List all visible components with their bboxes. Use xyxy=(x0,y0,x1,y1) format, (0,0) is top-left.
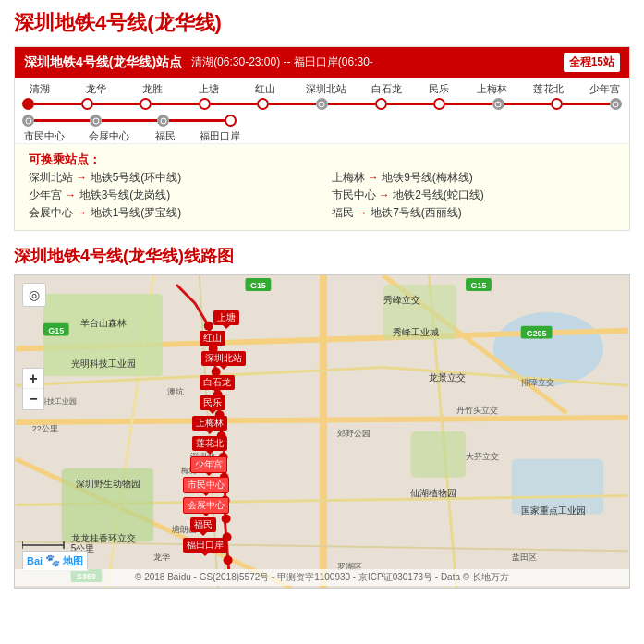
baidu-logo: Bai 🐾 地图 xyxy=(22,551,88,571)
svg-text:G205: G205 xyxy=(527,329,547,338)
svg-text:秀峰立交: 秀峰立交 xyxy=(383,295,420,305)
dot-lhb xyxy=(551,98,563,110)
row2-line xyxy=(22,115,622,127)
dot-szb xyxy=(316,98,328,110)
station-bsl: 白石龙 xyxy=(369,82,404,96)
pin-hzzx: 会展中心 xyxy=(183,497,229,514)
transfer-from-0: 深圳北站 xyxy=(29,171,73,184)
label-fumin: 福民 xyxy=(152,129,179,143)
station-header: 深圳地铁4号线(龙华线)站点 清湖(06:30-23:00) -- 福田口岸(0… xyxy=(15,47,629,78)
dot-shangtang xyxy=(199,98,211,110)
dot-fumin xyxy=(157,115,169,127)
pin-ftka: 福田口岸 xyxy=(183,538,227,553)
transfer-from-1: 上梅林 xyxy=(332,171,365,184)
dot-hzzx xyxy=(90,115,102,127)
pin-smzx: 市民中心 xyxy=(183,477,229,493)
svg-text:郊野公园: 郊野公园 xyxy=(337,429,371,438)
pin-szb: 深圳北站 xyxy=(201,351,246,366)
nav-compass[interactable]: ◎ xyxy=(23,284,45,306)
svg-text:大芬立交: 大芬立交 xyxy=(466,452,499,461)
station-lhb: 莲花北 xyxy=(530,82,565,96)
transfer-row-1: 上梅林 → 地铁9号线(梅林线) xyxy=(332,170,616,186)
map-container[interactable]: G15 G15 G15 G205 S359 羊台山森林 光明科技工业园 澳坑 深… xyxy=(14,274,630,589)
dot-ftka xyxy=(225,115,237,127)
station-header-badge: 全程15站 xyxy=(564,53,620,72)
row1-line xyxy=(22,98,622,110)
station-snb: 少年宫 xyxy=(587,82,622,96)
svg-point-1 xyxy=(493,312,603,386)
map-svg: G15 G15 G15 G205 S359 羊台山森林 光明科技工业园 澳坑 深… xyxy=(15,275,629,588)
svg-text:G15: G15 xyxy=(250,281,266,290)
svg-text:龙景立交: 龙景立交 xyxy=(429,372,466,383)
svg-text:G15: G15 xyxy=(471,281,487,290)
transfer-row-3: 市民中心 → 地铁2号线(蛇口线) xyxy=(332,188,616,203)
transfer-to-1: 地铁9号线(梅林线) xyxy=(382,171,473,184)
transfer-row-0: 深圳北站 → 地铁5号线(环中线) xyxy=(29,170,313,186)
svg-text:仙湖植物园: 仙湖植物园 xyxy=(410,488,456,498)
label-ftka: 福田口岸 xyxy=(198,129,242,143)
row2-container: 市民中心 会展中心 福民 福田口岸 xyxy=(22,115,622,143)
pin-lhb: 莲花北 xyxy=(192,436,227,451)
svg-text:秀峰工业城: 秀峰工业城 xyxy=(393,327,439,337)
dot-hongshan xyxy=(257,98,269,110)
transfer-title: 可换乘站点： xyxy=(29,152,101,166)
svg-point-61 xyxy=(222,514,231,523)
transfer-to-0: 地铁5号线(环中线) xyxy=(91,171,182,184)
dot-snb xyxy=(610,98,622,110)
pin-minle: 民乐 xyxy=(200,395,225,410)
station-shangtang: 上塘 xyxy=(191,82,226,96)
transfer-grid: 深圳北站 → 地铁5号线(环中线) 上梅林 → 地铁9号线(梅林线) 少年宫 →… xyxy=(29,170,615,221)
transfer-to-4: 地铁1号线(罗宝线) xyxy=(91,206,182,219)
pin-hongshan: 红山 xyxy=(200,331,225,346)
transfer-to-2: 地铁3号线(龙岗线) xyxy=(79,188,171,201)
label-hzzx: 会展中心 xyxy=(87,129,131,143)
pin-fumin: 福民 xyxy=(190,517,216,532)
pin-snb: 少年宫 xyxy=(190,456,227,473)
svg-point-63 xyxy=(224,555,233,565)
svg-point-52 xyxy=(204,322,213,331)
pin-shangtang: 上塘 xyxy=(213,310,239,325)
station-header-title: 深圳地铁4号线(龙华线)站点 xyxy=(24,55,182,71)
svg-text:排障立交: 排障立交 xyxy=(521,378,554,387)
map-copyright: © 2018 Baidu - GS(2018)5572号 - 甲测资字11009… xyxy=(15,569,629,586)
station-longhua: 龙华 xyxy=(79,82,114,96)
zoom-in-button[interactable]: + xyxy=(23,369,43,389)
station-longsheng: 龙胜 xyxy=(135,82,170,96)
dot-smzx xyxy=(22,115,34,127)
svg-rect-18 xyxy=(410,431,466,478)
transfer-from-3: 市民中心 xyxy=(332,188,376,201)
dot-bsl xyxy=(375,98,387,110)
dot-minle xyxy=(433,98,445,110)
dot-longsheng xyxy=(140,98,152,110)
svg-text:22公里: 22公里 xyxy=(32,424,58,433)
page-container: 深圳地铁4号线(龙华线) 深圳地铁4号线(龙华线)站点 清湖(06:30-23:… xyxy=(0,0,644,598)
svg-text:盐田区: 盐田区 xyxy=(512,553,537,562)
svg-text:国家重点工业园: 国家重点工业园 xyxy=(521,505,586,516)
zoom-controls[interactable]: + − xyxy=(22,368,44,410)
transfer-to-5: 地铁7号线(西丽线) xyxy=(371,206,462,219)
transfer-to-3: 地铁2号线(蛇口线) xyxy=(393,188,484,201)
label-smzx: 市民中心 xyxy=(22,129,67,143)
nav-controls[interactable]: ◎ xyxy=(22,283,46,307)
station-minle: 民乐 xyxy=(425,82,453,96)
transfer-row-2: 少年宫 → 地铁3号线(龙岗线) xyxy=(29,188,313,203)
station-qinghu: 清湖 xyxy=(22,82,57,96)
transfer-from-2: 少年宫 xyxy=(29,188,62,201)
transfer-info: 可换乘站点： 深圳北站 → 地铁5号线(环中线) 上梅林 → 地铁9号线(梅林线… xyxy=(15,143,629,230)
svg-text:龙华: 龙华 xyxy=(153,553,170,562)
svg-text:G15: G15 xyxy=(48,326,64,335)
transfer-from-5: 福民 xyxy=(332,206,354,219)
svg-text:澳坑: 澳坑 xyxy=(167,387,184,396)
dot-longhua xyxy=(81,98,93,110)
zoom-out-button[interactable]: − xyxy=(23,389,43,409)
dot-sml xyxy=(492,98,504,110)
svg-text:羊台山森林: 羊台山森林 xyxy=(80,318,127,328)
row2-labels: 市民中心 会展中心 福民 福田口岸 xyxy=(22,129,622,143)
station-szb: 深圳北站 xyxy=(304,82,348,96)
transfer-row-5: 福民 → 地铁7号线(西丽线) xyxy=(332,205,616,221)
station-box: 深圳地铁4号线(龙华线)站点 清湖(06:30-23:00) -- 福田口岸(0… xyxy=(14,46,630,231)
pin-bsl: 白石龙 xyxy=(200,375,235,390)
dot-qinghu xyxy=(22,98,34,110)
svg-text:深圳野生动物园: 深圳野生动物园 xyxy=(76,479,140,489)
svg-text:光明科技工业园: 光明科技工业园 xyxy=(71,358,136,369)
